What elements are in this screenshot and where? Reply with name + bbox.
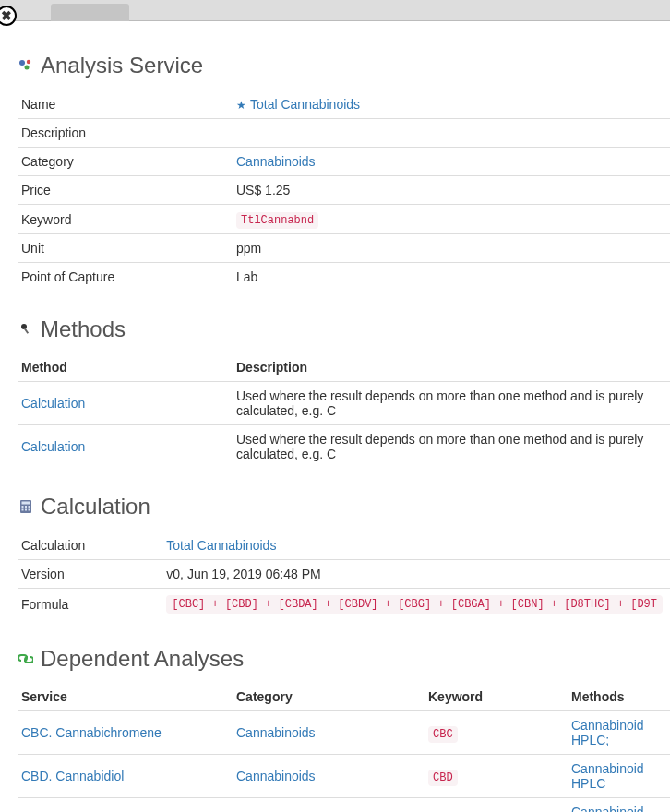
dep-header-service: Service [18,683,233,711]
label-name: Name [18,90,233,119]
methods-title: Methods [41,316,126,342]
label-price: Price [18,176,233,205]
value-name: ★Total Cannabinoids [233,90,670,119]
link-methods[interactable]: Cannabinoid HPLC [571,761,644,791]
calculator-icon [18,499,33,514]
analysis-service-heading: Analysis Service [18,53,670,78]
svg-rect-6 [22,502,30,505]
calculation-table: Calculation Total Cannabinoids Version v… [18,531,670,620]
dep-header-category: Category [233,683,425,711]
chain-icon [18,651,33,666]
svg-rect-7 [22,506,24,508]
link-method[interactable]: Calculation [21,439,85,454]
table-row: CBC. CannabichromeneCannabinoidsCBCCanna… [18,711,670,755]
link-analysis-name[interactable]: Total Cannabinoids [250,97,360,112]
microphone-icon [18,322,33,337]
table-row: CBD. CannabidiolCannabinoidsCBDCannabino… [18,755,670,798]
link-methods[interactable]: Cannabinoid HPLC; [571,718,644,747]
keyword-pill: CBD [428,770,458,786]
value-description [233,119,670,148]
molecule-icon [18,58,33,73]
link-category[interactable]: Cannabinoids [236,725,316,740]
value-keyword: TtlCannabnd [236,212,318,229]
svg-point-0 [19,60,25,66]
calculation-heading: Calculation [18,494,670,519]
methods-header-method: Method [18,353,233,382]
label-description: Description [18,119,233,148]
method-description: Used where the result depends on more th… [233,425,670,469]
value-formula: [CBC] + [CBD] + [CBDA] + [CBDV] + [CBG] … [166,595,663,614]
svg-point-1 [27,60,30,64]
label-unit: Unit [18,234,233,263]
value-unit: ppm [233,234,670,263]
dependent-table: Service Category Keyword Methods CBC. Ca… [18,683,670,812]
label-calc: Calculation [18,531,163,560]
label-formula: Formula [18,589,163,621]
svg-rect-4 [23,328,29,334]
svg-rect-9 [29,506,30,508]
calculation-title: Calculation [41,494,150,519]
label-version: Version [18,560,163,589]
dep-header-methods: Methods [568,683,670,711]
table-row: CBDA. Cannabidiolic acidCannabinoidsCBDA… [18,798,670,813]
analysis-service-table: Name ★Total Cannabinoids Description Cat… [18,90,670,291]
link-method[interactable]: Calculation [21,396,85,411]
value-price: US$ 1.25 [233,176,670,205]
svg-rect-8 [25,506,27,508]
link-service[interactable]: CBC. Cannabichromene [21,725,162,740]
svg-rect-10 [22,509,24,511]
methods-table: Method Description CalculationUsed where… [18,353,670,468]
dependent-title: Dependent Analyses [41,646,244,672]
analysis-service-title: Analysis Service [41,53,203,78]
label-category: Category [18,148,233,176]
dependent-heading: Dependent Analyses [18,646,670,672]
method-description: Used where the result depends on more th… [233,382,670,425]
link-category[interactable]: Cannabinoids [236,154,316,169]
label-keyword: Keyword [18,205,233,234]
table-row: CalculationUsed where the result depends… [18,382,670,425]
keyword-pill: CBC [428,726,458,743]
inactive-tab[interactable] [51,4,129,21]
value-poc: Lab [233,263,670,292]
value-version: v0, Jun 19, 2019 06:48 PM [163,560,670,589]
methods-header-description: Description [233,353,670,382]
top-bar: ✖ [0,0,670,21]
methods-heading: Methods [18,316,670,342]
link-service[interactable]: CBD. Cannabidiol [21,769,124,783]
svg-point-2 [25,66,30,70]
table-row: CalculationUsed where the result depends… [18,425,670,469]
dep-header-keyword: Keyword [425,683,568,711]
link-methods[interactable]: Cannabinoid HPLC [571,805,644,812]
svg-rect-12 [29,509,30,511]
svg-rect-11 [25,509,27,511]
link-category[interactable]: Cannabinoids [236,769,316,783]
label-poc: Point of Capture [18,263,233,292]
star-icon: ★ [236,99,246,112]
page: Analysis Service Name ★Total Cannabinoid… [0,21,670,812]
link-calculation[interactable]: Total Cannabinoids [166,538,276,553]
